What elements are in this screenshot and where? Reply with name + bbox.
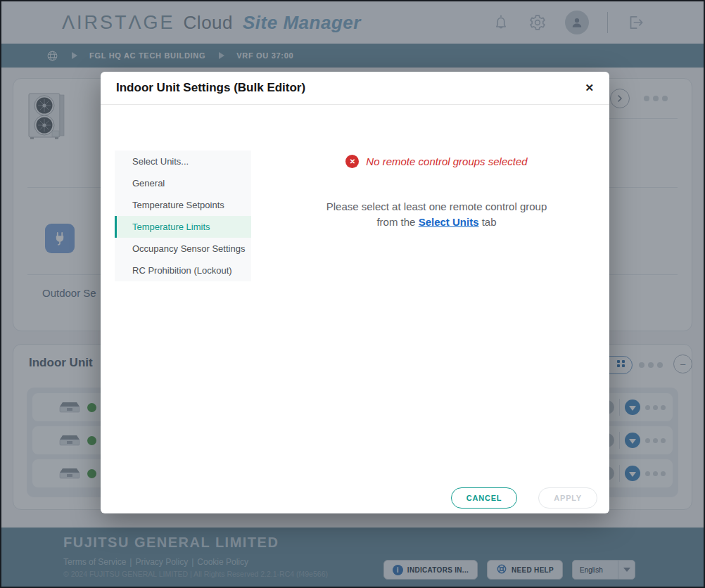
close-icon[interactable]: ✕ xyxy=(585,82,594,94)
help-text: Please select at least one remote contro… xyxy=(321,199,553,230)
error-icon: ✕ xyxy=(345,155,359,168)
modal-title: Indoor Unit Settings (Bulk Editor) xyxy=(116,81,305,95)
help-text-after: tab xyxy=(482,216,497,228)
modal-header: Indoor Unit Settings (Bulk Editor) ✕ xyxy=(101,72,609,105)
bulk-editor-modal: Indoor Unit Settings (Bulk Editor) ✕ Sel… xyxy=(101,72,609,513)
error-banner: ✕ No remote control groups selected xyxy=(345,155,527,168)
tab-temperature-limits[interactable]: Temperature Limits xyxy=(115,216,251,238)
tab-general[interactable]: General xyxy=(115,172,251,194)
apply-button[interactable]: APPLY xyxy=(538,487,597,509)
modal-footer: CANCEL APPLY xyxy=(451,487,597,509)
tab-select-units[interactable]: Select Units... xyxy=(115,151,251,172)
tab-rc-prohibition[interactable]: RC Prohibition (Lockout) xyxy=(115,260,251,281)
modal-body: ✕ No remote control groups selected Plea… xyxy=(264,151,609,230)
tab-temperature-setpoints[interactable]: Temperature Setpoints xyxy=(115,194,251,216)
select-units-link[interactable]: Select Units xyxy=(419,216,479,228)
app-screen: ΛIRSTΛGE Cloud Site Manager xyxy=(0,0,705,588)
tab-occupancy-sensor-settings[interactable]: Occupancy Sensor Settings xyxy=(115,238,251,260)
modal-tab-list: Select Units... General Temperature Setp… xyxy=(115,151,251,281)
error-message: No remote control groups selected xyxy=(366,155,527,167)
cancel-button[interactable]: CANCEL xyxy=(451,487,518,509)
